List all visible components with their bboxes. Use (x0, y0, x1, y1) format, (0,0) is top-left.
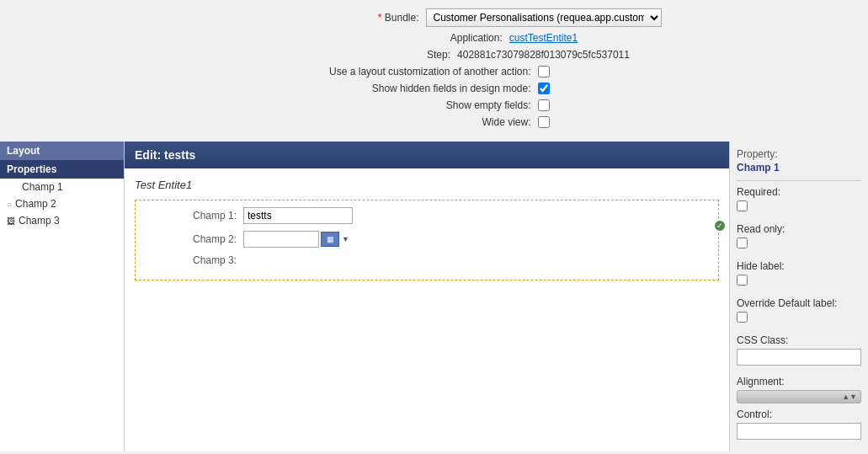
sidebar-item-champ3[interactable]: 🖼 Champ 3 (0, 212, 124, 229)
calendar-icon[interactable]: ▦ (321, 232, 339, 247)
control-input[interactable] (737, 423, 861, 440)
application-label: Application: (290, 32, 509, 44)
hide-label-checkbox[interactable] (737, 275, 748, 286)
application-value[interactable]: custTestEntite1 (509, 32, 578, 44)
sidebar-item-champ1[interactable]: Champ 1 (0, 179, 124, 195)
green-indicator: ✓ (713, 219, 727, 232)
champ2-field-label: Champ 2: (142, 233, 243, 245)
sidebar-layout-header: Layout (0, 142, 124, 160)
champ3-field-label: Champ 3: (142, 254, 243, 266)
sidebar-champ3-label: Champ 3 (19, 215, 60, 227)
show-hidden-row: Show hidden fields in design mode: (17, 83, 851, 94)
date-dropdown-arrow[interactable]: ▼ (342, 235, 349, 243)
property-value: Champ 1 (737, 162, 861, 174)
override-label: Override Default label: (737, 297, 861, 309)
wide-view-checkbox[interactable] (538, 116, 550, 128)
edit-area: Edit: testts Test Entite1 Champ 1: ✓ Cha… (125, 142, 729, 451)
alignment-label: Alignment: (737, 376, 861, 387)
bundle-row: * Bundle: Customer Personalisations (req… (17, 8, 851, 27)
readonly-checkbox[interactable] (737, 238, 748, 248)
champ2-row: Champ 2: ▦ ▼ (142, 231, 711, 248)
sidebar: Layout Properties Champ 1 ○ Champ 2 🖼 Ch… (0, 142, 125, 451)
css-class-label: CSS Class: (737, 334, 861, 346)
champ2-radio-icon: ○ (7, 200, 12, 209)
use-layout-label: Use a layout customization of another ac… (319, 66, 538, 77)
right-panel: Property: Champ 1 Required: Read only: H… (729, 142, 868, 451)
override-checkbox[interactable] (737, 312, 748, 323)
alignment-select-container[interactable]: ▲▼ (737, 390, 861, 403)
champ2-field-input[interactable]: ▦ ▼ (243, 231, 711, 248)
champ1-text-input[interactable] (243, 207, 353, 224)
top-form: * Bundle: Customer Personalisations (req… (0, 0, 868, 142)
show-hidden-checkbox[interactable] (538, 83, 550, 94)
edit-body: Test Entite1 Champ 1: ✓ Champ 2: ▦ (125, 168, 729, 291)
champ1-field-label: Champ 1: (142, 210, 243, 222)
hide-label-label: Hide label: (737, 260, 861, 272)
champ3-row: Champ 3: (142, 254, 711, 266)
divider-1 (737, 180, 861, 181)
sidebar-champ1-label: Champ 1 (22, 181, 63, 193)
champ1-row: Champ 1: ✓ (142, 207, 711, 224)
show-empty-row: Show empty fields: (17, 99, 851, 111)
bundle-field[interactable]: Customer Personalisations (requea.app.cu… (426, 8, 662, 27)
champ1-field-input[interactable] (243, 207, 711, 224)
application-row: Application: custTestEntite1 (17, 32, 851, 44)
show-empty-label: Show empty fields: (319, 99, 538, 111)
step-label: Step: (238, 49, 457, 61)
sidebar-item-champ2[interactable]: ○ Champ 2 (0, 195, 124, 212)
property-label: Property: (737, 148, 861, 160)
champ2-date-input[interactable] (243, 231, 319, 248)
step-value: 402881c73079828f013079c5fc537011 (457, 49, 630, 61)
wide-view-row: Wide view: (17, 116, 851, 128)
main-area: Layout Properties Champ 1 ○ Champ 2 🖼 Ch… (0, 142, 868, 451)
required-label: Required: (737, 186, 861, 198)
sidebar-champ2-label: Champ 2 (15, 198, 56, 210)
use-layout-row: Use a layout customization of another ac… (17, 66, 851, 77)
show-empty-checkbox[interactable] (538, 99, 550, 111)
alignment-dropdown-icon: ▲▼ (842, 393, 857, 401)
edit-header: Edit: testts (125, 142, 729, 168)
field-table: Champ 1: ✓ Champ 2: ▦ ▼ (135, 200, 719, 280)
wide-view-label: Wide view: (319, 116, 538, 128)
control-label: Control: (737, 409, 861, 420)
css-class-input[interactable] (737, 349, 861, 366)
step-row: Step: 402881c73079828f013079c5fc537011 (17, 49, 851, 61)
bundle-label: * Bundle: (207, 12, 426, 24)
required-checkbox[interactable] (737, 200, 748, 211)
entity-title: Test Entite1 (135, 179, 719, 191)
champ3-image-icon: 🖼 (7, 216, 15, 226)
show-hidden-label: Show hidden fields in design mode: (319, 83, 538, 94)
bundle-select[interactable]: Customer Personalisations (requea.app.cu… (426, 8, 662, 27)
sidebar-properties-header: Properties (0, 160, 124, 179)
readonly-label: Read only: (737, 223, 861, 235)
use-layout-checkbox[interactable] (538, 66, 550, 77)
